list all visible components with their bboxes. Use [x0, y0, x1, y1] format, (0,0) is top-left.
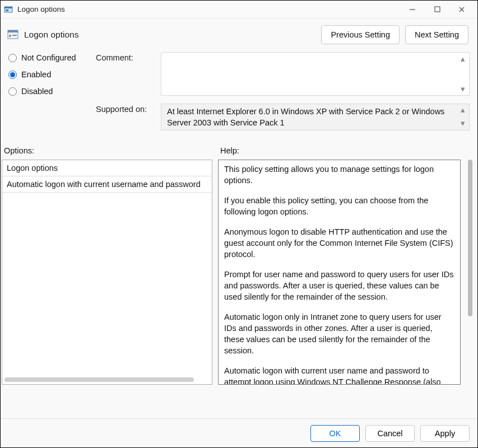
svg-rect-10: [12, 35, 17, 36]
vertical-scrollbar-track[interactable]: [466, 160, 474, 385]
comment-label: Comment:: [96, 52, 161, 62]
options-label: Options:: [4, 146, 220, 155]
options-panel: Logon options Automatic logon with curre…: [2, 160, 212, 385]
help-paragraph: If you enable this policy setting, you c…: [224, 195, 454, 217]
help-panel[interactable]: This policy setting allows you to manage…: [218, 160, 461, 385]
ok-button[interactable]: OK: [310, 425, 360, 442]
apply-button[interactable]: Apply: [420, 425, 470, 442]
policy-icon: [4, 5, 13, 14]
help-paragraph: Automatic logon only in Intranet zone to…: [224, 311, 454, 356]
svg-rect-4: [435, 7, 440, 12]
radio-enabled[interactable]: Enabled: [8, 70, 96, 79]
policy-page-icon: [7, 29, 18, 40]
help-paragraph: Automatic logon with current user name a…: [224, 365, 454, 385]
window-title: Logon options: [17, 5, 400, 13]
help-label: Help:: [220, 146, 470, 155]
scroll-down-icon[interactable]: ▾: [458, 84, 468, 94]
page-title: Logon options: [24, 30, 315, 40]
dialog-header: Logon options Previous Setting Next Sett…: [1, 18, 477, 52]
option-dropdown[interactable]: Automatic logon with current username an…: [2, 176, 212, 193]
svg-rect-8: [8, 30, 18, 32]
scroll-up-icon[interactable]: ▴: [458, 105, 468, 115]
horizontal-scrollbar[interactable]: [4, 377, 194, 382]
radio-disabled-label: Disabled: [21, 87, 53, 96]
scroll-down-icon[interactable]: ▾: [458, 119, 468, 129]
close-button[interactable]: [449, 2, 474, 17]
help-paragraph: Anonymous logon to disable HTTP authenti…: [224, 226, 454, 260]
next-setting-button[interactable]: Next Setting: [405, 25, 468, 44]
maximize-button[interactable]: [425, 2, 449, 17]
radio-not-configured-label: Not Configured: [21, 53, 76, 62]
svg-rect-1: [4, 7, 12, 8]
minimize-button[interactable]: [400, 2, 425, 17]
supported-on-label: Supported on:: [96, 104, 161, 114]
radio-not-configured-input[interactable]: [8, 54, 17, 62]
vertical-scrollbar-thumb[interactable]: [468, 160, 472, 316]
supported-on-text: At least Internet Explorer 6.0 in Window…: [161, 104, 470, 130]
radio-disabled[interactable]: Disabled: [8, 87, 96, 96]
radio-not-configured[interactable]: Not Configured: [8, 53, 96, 62]
svg-rect-2: [6, 10, 8, 11]
help-paragraph: Prompt for user name and password to que…: [224, 269, 454, 302]
titlebar: Logon options: [1, 1, 477, 18]
comment-textarea[interactable]: ▴ ▾: [161, 52, 470, 96]
supported-on-value: At least Internet Explorer 6.0 in Window…: [167, 107, 444, 127]
dialog-footer: OK Cancel Apply: [1, 418, 477, 447]
option-name: Logon options: [2, 160, 212, 176]
previous-setting-button[interactable]: Previous Setting: [321, 25, 400, 44]
radio-enabled-input[interactable]: [8, 71, 17, 79]
radio-enabled-label: Enabled: [21, 70, 51, 79]
scroll-up-icon[interactable]: ▴: [458, 54, 468, 64]
svg-point-9: [9, 35, 11, 37]
radio-disabled-input[interactable]: [8, 87, 17, 96]
cancel-button[interactable]: Cancel: [365, 425, 415, 442]
options-empty-area: [2, 193, 212, 384]
help-paragraph: This policy setting allows you to manage…: [224, 164, 454, 186]
